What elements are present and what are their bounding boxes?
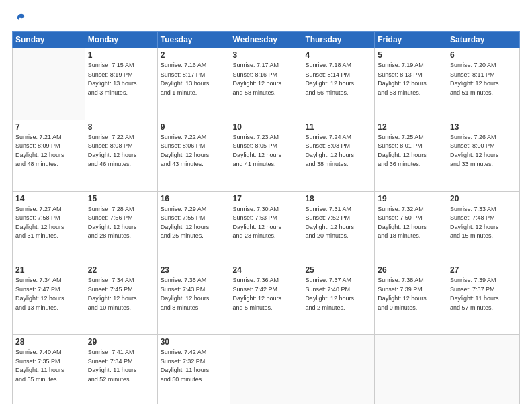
- calendar-week-row: 21Sunrise: 7:34 AM Sunset: 7:47 PM Dayli…: [13, 263, 520, 335]
- day-info: Sunrise: 7:36 AM Sunset: 7:42 PM Dayligh…: [233, 276, 300, 312]
- calendar-cell: 27Sunrise: 7:39 AM Sunset: 7:37 PM Dayli…: [447, 263, 520, 335]
- day-number: 16: [161, 194, 227, 203]
- day-info: Sunrise: 7:22 AM Sunset: 8:06 PM Dayligh…: [161, 133, 227, 169]
- day-number: 17: [233, 194, 300, 203]
- day-number: 30: [161, 337, 227, 347]
- calendar-cell: 9Sunrise: 7:22 AM Sunset: 8:06 PM Daylig…: [157, 120, 230, 191]
- day-number: 27: [450, 265, 517, 275]
- day-info: Sunrise: 7:30 AM Sunset: 7:53 PM Dayligh…: [233, 205, 300, 241]
- calendar-header-tuesday: Tuesday: [157, 32, 230, 48]
- day-info: Sunrise: 7:21 AM Sunset: 8:09 PM Dayligh…: [15, 133, 82, 169]
- day-number: 10: [233, 122, 300, 132]
- day-info: Sunrise: 7:27 AM Sunset: 7:58 PM Dayligh…: [15, 205, 82, 241]
- calendar-header-row: SundayMondayTuesdayWednesdayThursdayFrid…: [13, 32, 520, 48]
- calendar-week-row: 14Sunrise: 7:27 AM Sunset: 7:58 PM Dayli…: [13, 191, 520, 263]
- calendar-cell: 26Sunrise: 7:38 AM Sunset: 7:39 PM Dayli…: [375, 263, 447, 335]
- day-info: Sunrise: 7:35 AM Sunset: 7:43 PM Dayligh…: [161, 276, 227, 312]
- day-info: Sunrise: 7:40 AM Sunset: 7:35 PM Dayligh…: [15, 348, 82, 384]
- day-number: 24: [233, 265, 300, 275]
- calendar-cell: 17Sunrise: 7:30 AM Sunset: 7:53 PM Dayli…: [230, 191, 302, 263]
- day-info: Sunrise: 7:34 AM Sunset: 7:47 PM Dayligh…: [15, 276, 82, 312]
- calendar-table: SundayMondayTuesdayWednesdayThursdayFrid…: [12, 31, 520, 404]
- calendar-header-monday: Monday: [85, 32, 157, 48]
- day-info: Sunrise: 7:32 AM Sunset: 7:50 PM Dayligh…: [378, 205, 444, 241]
- calendar-week-row: 28Sunrise: 7:40 AM Sunset: 7:35 PM Dayli…: [13, 335, 520, 404]
- day-info: Sunrise: 7:23 AM Sunset: 8:05 PM Dayligh…: [233, 133, 300, 169]
- calendar-cell: 16Sunrise: 7:29 AM Sunset: 7:55 PM Dayli…: [157, 191, 230, 263]
- day-number: 21: [15, 265, 82, 275]
- logo: [12, 12, 26, 24]
- day-info: Sunrise: 7:42 AM Sunset: 7:32 PM Dayligh…: [161, 348, 227, 384]
- day-info: Sunrise: 7:31 AM Sunset: 7:52 PM Dayligh…: [305, 205, 371, 241]
- calendar-cell: [447, 335, 520, 404]
- calendar-cell: 30Sunrise: 7:42 AM Sunset: 7:32 PM Dayli…: [157, 335, 230, 404]
- day-info: Sunrise: 7:18 AM Sunset: 8:14 PM Dayligh…: [305, 61, 371, 97]
- calendar-cell: 2Sunrise: 7:16 AM Sunset: 8:17 PM Daylig…: [157, 48, 230, 120]
- calendar-header-saturday: Saturday: [447, 32, 520, 48]
- calendar-cell: 3Sunrise: 7:17 AM Sunset: 8:16 PM Daylig…: [230, 48, 302, 120]
- day-number: 22: [88, 265, 154, 275]
- calendar-cell: 20Sunrise: 7:33 AM Sunset: 7:48 PM Dayli…: [447, 191, 520, 263]
- day-number: 1: [88, 50, 154, 60]
- calendar-cell: 5Sunrise: 7:19 AM Sunset: 8:13 PM Daylig…: [375, 48, 447, 120]
- calendar-header-sunday: Sunday: [13, 32, 85, 48]
- day-number: 8: [88, 122, 154, 132]
- day-number: 13: [450, 122, 517, 132]
- day-number: 2: [161, 50, 227, 60]
- calendar-cell: 12Sunrise: 7:25 AM Sunset: 8:01 PM Dayli…: [375, 120, 447, 191]
- calendar-cell: 19Sunrise: 7:32 AM Sunset: 7:50 PM Dayli…: [375, 191, 447, 263]
- header: [12, 12, 520, 24]
- calendar-header-thursday: Thursday: [302, 32, 375, 48]
- calendar-cell: 15Sunrise: 7:28 AM Sunset: 7:56 PM Dayli…: [85, 191, 157, 263]
- calendar-week-row: 7Sunrise: 7:21 AM Sunset: 8:09 PM Daylig…: [13, 120, 520, 191]
- calendar-cell: [13, 48, 85, 120]
- day-number: 26: [378, 265, 444, 275]
- calendar-cell: 10Sunrise: 7:23 AM Sunset: 8:05 PM Dayli…: [230, 120, 302, 191]
- calendar-cell: 7Sunrise: 7:21 AM Sunset: 8:09 PM Daylig…: [13, 120, 85, 191]
- day-info: Sunrise: 7:33 AM Sunset: 7:48 PM Dayligh…: [450, 205, 517, 241]
- day-number: 7: [15, 122, 82, 132]
- day-number: 11: [305, 122, 371, 132]
- day-info: Sunrise: 7:22 AM Sunset: 8:08 PM Dayligh…: [88, 133, 154, 169]
- day-info: Sunrise: 7:38 AM Sunset: 7:39 PM Dayligh…: [378, 276, 444, 312]
- calendar-cell: 25Sunrise: 7:37 AM Sunset: 7:40 PM Dayli…: [302, 263, 375, 335]
- page: SundayMondayTuesdayWednesdayThursdayFrid…: [0, 0, 532, 411]
- day-number: 28: [15, 337, 82, 347]
- day-info: Sunrise: 7:41 AM Sunset: 7:34 PM Dayligh…: [88, 348, 154, 384]
- day-info: Sunrise: 7:34 AM Sunset: 7:45 PM Dayligh…: [88, 276, 154, 312]
- calendar-cell: [230, 335, 302, 404]
- day-number: 6: [450, 50, 517, 60]
- calendar-cell: 23Sunrise: 7:35 AM Sunset: 7:43 PM Dayli…: [157, 263, 230, 335]
- calendar-cell: [302, 335, 375, 404]
- day-number: 23: [161, 265, 227, 275]
- day-number: 14: [15, 194, 82, 203]
- calendar-cell: 18Sunrise: 7:31 AM Sunset: 7:52 PM Dayli…: [302, 191, 375, 263]
- calendar-cell: 28Sunrise: 7:40 AM Sunset: 7:35 PM Dayli…: [13, 335, 85, 404]
- day-number: 25: [305, 265, 371, 275]
- logo-bird-icon: [13, 12, 26, 24]
- calendar-cell: 13Sunrise: 7:26 AM Sunset: 8:00 PM Dayli…: [447, 120, 520, 191]
- calendar-cell: 1Sunrise: 7:15 AM Sunset: 8:19 PM Daylig…: [85, 48, 157, 120]
- day-info: Sunrise: 7:39 AM Sunset: 7:37 PM Dayligh…: [450, 276, 517, 312]
- calendar-cell: 24Sunrise: 7:36 AM Sunset: 7:42 PM Dayli…: [230, 263, 302, 335]
- day-info: Sunrise: 7:16 AM Sunset: 8:17 PM Dayligh…: [161, 61, 227, 97]
- day-number: 5: [378, 50, 444, 60]
- day-info: Sunrise: 7:19 AM Sunset: 8:13 PM Dayligh…: [378, 61, 444, 97]
- calendar-cell: 22Sunrise: 7:34 AM Sunset: 7:45 PM Dayli…: [85, 263, 157, 335]
- day-info: Sunrise: 7:24 AM Sunset: 8:03 PM Dayligh…: [305, 133, 371, 169]
- day-info: Sunrise: 7:26 AM Sunset: 8:00 PM Dayligh…: [450, 133, 517, 169]
- day-number: 12: [378, 122, 444, 132]
- day-info: Sunrise: 7:28 AM Sunset: 7:56 PM Dayligh…: [88, 205, 154, 241]
- calendar-cell: [375, 335, 447, 404]
- day-info: Sunrise: 7:15 AM Sunset: 8:19 PM Dayligh…: [88, 61, 154, 97]
- calendar-cell: 8Sunrise: 7:22 AM Sunset: 8:08 PM Daylig…: [85, 120, 157, 191]
- day-number: 3: [233, 50, 300, 60]
- day-info: Sunrise: 7:20 AM Sunset: 8:11 PM Dayligh…: [450, 61, 517, 97]
- calendar-cell: 4Sunrise: 7:18 AM Sunset: 8:14 PM Daylig…: [302, 48, 375, 120]
- day-number: 19: [378, 194, 444, 203]
- day-info: Sunrise: 7:37 AM Sunset: 7:40 PM Dayligh…: [305, 276, 371, 312]
- day-number: 15: [88, 194, 154, 203]
- logo-text: [12, 12, 26, 24]
- day-number: 20: [450, 194, 517, 203]
- calendar-cell: 6Sunrise: 7:20 AM Sunset: 8:11 PM Daylig…: [447, 48, 520, 120]
